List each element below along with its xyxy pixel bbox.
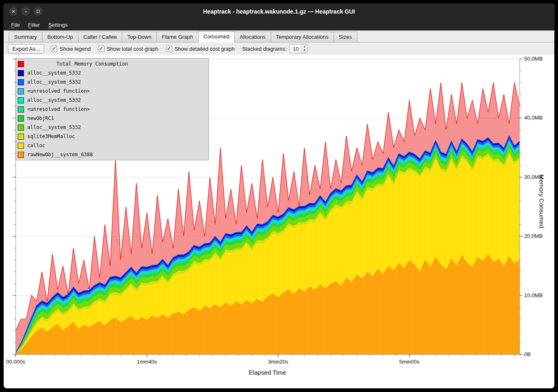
spinner-buttons: ▴ ▾	[301, 45, 307, 53]
legend-swatch	[18, 152, 24, 158]
checkbox-label: Show legend	[59, 46, 90, 52]
window-title: Heaptrack - heaptrack.wakunode.1.gz — He…	[203, 8, 355, 15]
toolbar: Export As... ✓Show legend✓Show total cos…	[4, 42, 554, 55]
legend-label: <unresolved function>	[27, 106, 90, 112]
toolbar-checkboxes: ✓Show legend✓Show total cost graph✓Show …	[51, 46, 234, 52]
menu-bar: FileFilterSettings	[4, 19, 554, 31]
legend-items: alloc__system_5332alloc__system_5332<unr…	[18, 68, 207, 159]
legend-item: rawNewObj__system_6388	[18, 150, 207, 159]
titlebar: ✕ − Heaptrack - heaptrack.wakunode.1.gz …	[4, 4, 554, 19]
legend-swatch	[18, 124, 24, 131]
y-tick-label: 20,0MB	[524, 233, 543, 239]
checkbox-icon: ✓	[166, 46, 172, 52]
tab-sizes[interactable]: Sizes	[333, 32, 357, 42]
legend-item: newObjRC1	[18, 114, 207, 123]
checkbox-show-total-cost-graph[interactable]: ✓Show total cost graph	[98, 46, 158, 52]
legend-label: alloc__system_5332	[27, 97, 81, 103]
x-tick-label: 5min00s	[399, 359, 420, 365]
legend-label: rawNewObj__system_6388	[27, 152, 93, 157]
window-controls: ✕ −	[9, 7, 43, 16]
menu-file[interactable]: File	[7, 20, 24, 30]
y-axis-title: Memory Consumed	[538, 174, 545, 228]
menu-filter[interactable]: Filter	[24, 20, 44, 30]
legend-swatch	[18, 79, 24, 85]
legend-title-row: Total Memory Consumption	[18, 59, 207, 68]
area-hatch-texture	[17, 137, 519, 354]
checkbox-icon: ✓	[98, 46, 104, 52]
legend-item: alloc__system_5332	[18, 123, 207, 132]
tab-consumed[interactable]: Consumed	[198, 31, 235, 42]
maximize-button[interactable]	[34, 7, 43, 16]
y-tick-label: 0B	[524, 351, 531, 357]
legend-swatch	[18, 115, 24, 122]
y-tick-label: 10,0MB	[524, 292, 543, 298]
legend-item: sqlite3MemMalloc	[18, 132, 207, 141]
legend-label: newObjRC1	[27, 115, 54, 121]
menu-settings[interactable]: Settings	[44, 20, 72, 30]
minimize-icon: −	[24, 9, 27, 14]
checkbox-show-legend[interactable]: ✓Show legend	[51, 46, 90, 52]
legend-item: alloc__system_5332	[18, 77, 207, 87]
checkbox-label: Show total cost graph	[107, 46, 158, 52]
chart-legend: Total Memory Consumption alloc__system_5…	[16, 58, 209, 160]
legend-label: alloc__system_5332	[27, 70, 81, 76]
export-as-button[interactable]: Export As...	[8, 44, 44, 54]
tab-temporary-allocations[interactable]: Temporary Allocations	[271, 32, 334, 42]
legend-title: Total Memory Consumption	[27, 61, 157, 67]
legend-swatch	[18, 143, 24, 149]
app-window: ✕ − Heaptrack - heaptrack.wakunode.1.gz …	[3, 3, 555, 389]
legend-label: alloc__system_5332	[27, 79, 81, 85]
tab-caller-callee[interactable]: Caller / Callee	[78, 32, 123, 42]
tab-summary[interactable]: Summary	[9, 32, 43, 42]
checkbox-label: Show detailed cost graph	[175, 46, 235, 52]
chart-area: 00.000s1min40s3min20s5min00s0B10,0MB20,0…	[4, 55, 555, 389]
stacked-diagrams-label: Stacked diagrams:	[242, 46, 287, 52]
close-button[interactable]: ✕	[9, 7, 18, 16]
legend-label: sqlite3MemMalloc	[27, 134, 75, 139]
stacked-diagrams-value: 10	[290, 45, 301, 53]
spin-down-button[interactable]: ▾	[304, 49, 305, 52]
checkbox-show-detailed-cost-graph[interactable]: ✓Show detailed cost graph	[166, 46, 235, 52]
legend-swatch	[18, 106, 24, 113]
legend-label: calloc	[27, 143, 45, 148]
tab-allocations[interactable]: Allocations	[234, 32, 271, 42]
legend-item: <unresolved function>	[18, 87, 207, 96]
minimize-button[interactable]: −	[21, 7, 30, 16]
x-tick-label: 3min20s	[268, 359, 288, 365]
legend-swatch	[18, 97, 24, 103]
legend-item: alloc__system_5332	[18, 68, 207, 77]
legend-swatch	[18, 88, 24, 94]
tab-bottom-up[interactable]: Bottom-Up	[42, 32, 78, 42]
x-tick-label: 00.000s	[6, 359, 26, 365]
maximize-icon	[37, 10, 40, 13]
y-tick-label: 40,0MB	[524, 115, 543, 121]
tab-bar: SummaryBottom-UpCaller / CalleeTop-DownF…	[4, 31, 554, 42]
checkbox-icon: ✓	[51, 46, 57, 52]
close-icon: ✕	[11, 9, 15, 14]
x-axis-title: Elapsed Time	[4, 369, 531, 376]
tab-top-down[interactable]: Top-Down	[122, 32, 157, 42]
legend-swatch	[18, 134, 24, 140]
legend-item: alloc__system_5332	[18, 96, 207, 105]
legend-title-swatch	[18, 61, 24, 67]
legend-item: calloc	[18, 141, 207, 150]
legend-label: alloc__system_5332	[27, 124, 81, 130]
stacked-diagrams-spinner[interactable]: 10 ▴ ▾	[290, 44, 308, 53]
x-tick-label: 1min40s	[137, 359, 157, 365]
y-tick-label: 50,0MB	[524, 56, 543, 62]
legend-swatch	[18, 70, 24, 76]
legend-item: <unresolved function>	[18, 105, 207, 114]
legend-label: <unresolved function>	[27, 88, 90, 94]
tab-flame-graph[interactable]: Flame Graph	[156, 32, 199, 42]
